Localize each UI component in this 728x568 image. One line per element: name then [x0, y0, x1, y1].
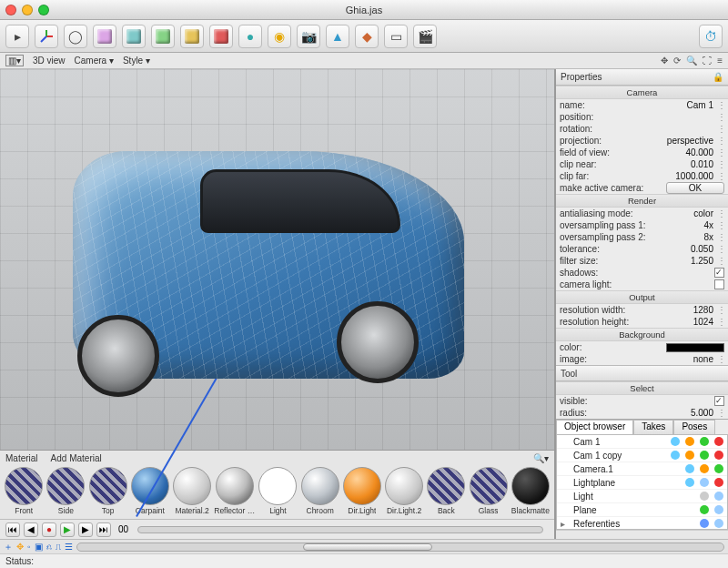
bs-misc3-icon[interactable]: ☰	[65, 542, 73, 552]
material-back[interactable]: Back	[426, 467, 466, 517]
object-row[interactable]: Lightplane	[557, 476, 727, 490]
prop-value[interactable]: color	[655, 208, 713, 218]
material-reflector h…[interactable]: Reflector H…	[214, 467, 256, 517]
object-row[interactable]: Camera.1	[557, 462, 727, 476]
material-dir.light.2[interactable]: Dir.Light.2	[384, 467, 424, 517]
add-material-tab[interactable]: Add Material	[51, 453, 102, 463]
prop-more-icon[interactable]: ⋮	[717, 124, 724, 134]
droplet-tool[interactable]: ▲	[326, 25, 349, 48]
prop-more-icon[interactable]: ⋮	[717, 136, 724, 146]
browser-tab-object-browser[interactable]: Object browser	[556, 420, 633, 434]
viewport-3d[interactable]: Material Add Material 🔍▾ FrontSideTopCar…	[0, 69, 555, 539]
prop-more-icon[interactable]: ⋮	[717, 112, 724, 122]
prop-more-icon[interactable]: ⋮	[717, 208, 724, 218]
prop-value[interactable]: none	[655, 354, 713, 364]
object-flag-icon[interactable]	[700, 478, 709, 487]
object-flag-icon[interactable]	[671, 451, 680, 460]
camera-tool[interactable]: 📷	[297, 25, 320, 48]
tl-last-button[interactable]: ⏭	[96, 522, 111, 537]
prop-button[interactable]: OK	[666, 182, 724, 194]
horizontal-scrollbar[interactable]	[76, 543, 724, 552]
prop-more-icon[interactable]: ⋮	[717, 220, 724, 230]
object-flag-icon[interactable]	[685, 464, 694, 473]
object-row[interactable]: Cam 1	[557, 435, 727, 449]
object-flag-icon[interactable]	[714, 437, 723, 446]
object-flag-icon[interactable]	[700, 464, 709, 473]
vp-move-icon[interactable]: ✥	[661, 56, 668, 66]
object-flag-icon[interactable]	[700, 519, 709, 528]
style-dropdown[interactable]: Style ▾	[123, 56, 150, 66]
tl-record-button[interactable]: ●	[42, 522, 56, 537]
primitive-cube-3[interactable]	[180, 25, 204, 48]
tl-prev-button[interactable]: ◀	[24, 522, 38, 537]
object-flag-icon[interactable]	[700, 437, 709, 446]
prop-more-icon[interactable]: ⋮	[717, 159, 724, 169]
zoom-icon[interactable]	[38, 5, 49, 15]
object-flag-icon[interactable]	[714, 505, 723, 514]
primitive-cube-1[interactable]	[122, 25, 146, 48]
bs-add-icon[interactable]: ＋	[4, 541, 13, 553]
object-flag-icon[interactable]	[714, 451, 723, 460]
prop-value[interactable]: 1000.000	[655, 171, 713, 181]
bs-cube-icon[interactable]: ▣	[35, 542, 43, 552]
stopwatch-tool[interactable]: ⏱	[699, 25, 723, 48]
prop-checkbox[interactable]	[714, 396, 724, 406]
object-row[interactable]: ▸Referenties	[557, 517, 727, 530]
prop-value[interactable]: 4x	[655, 220, 713, 230]
prop-value[interactable]: 1.250	[655, 256, 713, 266]
bs-link-icon[interactable]: ◦	[27, 542, 31, 552]
object-row[interactable]: Light	[557, 490, 727, 503]
panel-layout-icon[interactable]: ▥▾	[5, 55, 24, 66]
primitive-cube-2[interactable]	[151, 25, 175, 48]
object-flag-icon[interactable]	[685, 437, 694, 446]
vp-zoom-icon[interactable]: 🔍	[686, 56, 697, 66]
object-flag-icon[interactable]	[700, 451, 709, 460]
prop-value[interactable]: Cam 1	[655, 100, 713, 110]
object-row[interactable]: Cam 1 copy	[557, 449, 727, 462]
bs-move-icon[interactable]: ✥	[16, 542, 24, 552]
object-flag-icon[interactable]	[671, 437, 680, 446]
clapper-tool[interactable]: 🎬	[413, 25, 437, 48]
prop-value[interactable]: 1024	[655, 317, 713, 327]
tl-first-button[interactable]: ⏮	[5, 522, 20, 537]
material-light[interactable]: Light	[258, 467, 298, 517]
material-search-icon[interactable]: 🔍▾	[533, 453, 549, 463]
shape-tool[interactable]: ◯	[64, 25, 87, 48]
material-side[interactable]: Side	[46, 467, 86, 517]
sphere-tool[interactable]: ●	[238, 25, 262, 48]
prop-value[interactable]: 8x	[655, 232, 713, 242]
tl-play-button[interactable]: ▶	[60, 522, 75, 537]
bulb-tool[interactable]: ◉	[268, 25, 291, 48]
object-flag-icon[interactable]	[700, 492, 709, 501]
browser-tab-takes[interactable]: Takes	[633, 420, 673, 434]
prop-more-icon[interactable]: ⋮	[717, 408, 724, 418]
minimize-icon[interactable]	[22, 5, 33, 15]
bs-misc1-icon[interactable]: ⎌	[46, 542, 52, 552]
object-flag-icon[interactable]	[685, 451, 694, 460]
browser-tab-poses[interactable]: Poses	[673, 420, 715, 434]
prop-value[interactable]: 1280	[655, 305, 713, 315]
color-swatch[interactable]	[666, 343, 724, 352]
prop-value[interactable]: perspective	[655, 136, 713, 146]
prop-checkbox[interactable]	[714, 268, 724, 278]
timeline-track[interactable]	[137, 526, 543, 533]
object-flag-icon[interactable]	[714, 478, 723, 487]
prop-value[interactable]: 40.000	[655, 147, 713, 157]
lock-icon[interactable]: 🔒	[713, 72, 723, 82]
object-flag-icon[interactable]	[685, 478, 694, 487]
camera-dropdown[interactable]: Camera ▾	[75, 56, 114, 66]
axes-tool[interactable]	[35, 25, 58, 48]
prop-more-icon[interactable]: ⋮	[717, 305, 724, 315]
prop-value[interactable]: 5.000	[655, 408, 713, 418]
prop-more-icon[interactable]: ⋮	[717, 244, 724, 254]
material-dir.light[interactable]: Dir.Light	[342, 467, 382, 517]
image-tool[interactable]: ▭	[384, 25, 408, 48]
primitive-cube-4[interactable]	[209, 25, 233, 48]
material-front[interactable]: Front	[4, 467, 44, 517]
material-material.2[interactable]: Material.2	[172, 467, 212, 517]
prop-more-icon[interactable]: ⋮	[717, 232, 724, 242]
prop-checkbox[interactable]	[714, 279, 724, 289]
prop-more-icon[interactable]: ⋮	[717, 171, 724, 181]
object-flag-icon[interactable]	[700, 505, 709, 514]
prop-more-icon[interactable]: ⋮	[717, 100, 724, 110]
